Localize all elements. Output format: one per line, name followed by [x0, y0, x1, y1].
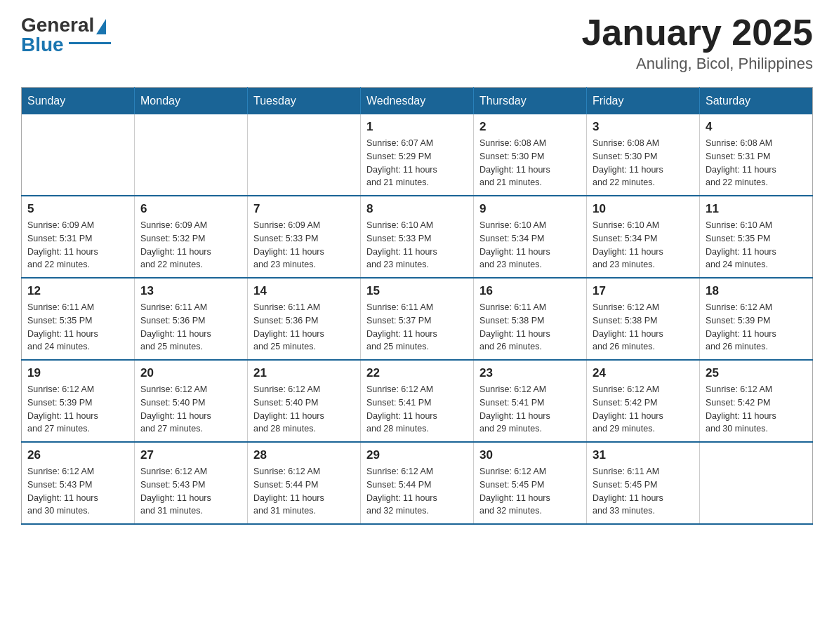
day-info: Sunrise: 6:11 AMSunset: 5:37 PMDaylight:… — [366, 301, 468, 354]
day-info: Sunrise: 6:08 AMSunset: 5:30 PMDaylight:… — [593, 137, 694, 189]
day-number: 26 — [27, 448, 128, 462]
day-info: Sunrise: 6:12 AMSunset: 5:38 PMDaylight:… — [593, 301, 694, 354]
calendar-cell: 9Sunrise: 6:10 AMSunset: 5:34 PMDaylight… — [474, 196, 587, 278]
day-number: 21 — [253, 366, 355, 380]
weekday-header-tuesday: Tuesday — [248, 88, 361, 115]
logo-blue-text: Blue — [21, 34, 64, 56]
day-info: Sunrise: 6:11 AMSunset: 5:35 PMDaylight:… — [27, 301, 128, 354]
calendar-cell: 8Sunrise: 6:10 AMSunset: 5:33 PMDaylight… — [361, 196, 474, 278]
day-info: Sunrise: 6:11 AMSunset: 5:36 PMDaylight:… — [140, 301, 241, 354]
day-info: Sunrise: 6:12 AMSunset: 5:39 PMDaylight:… — [706, 301, 807, 354]
day-info: Sunrise: 6:08 AMSunset: 5:31 PMDaylight:… — [706, 137, 807, 189]
day-number: 30 — [479, 448, 581, 462]
weekday-header-sunday: Sunday — [22, 88, 135, 115]
week-row-1: 1Sunrise: 6:07 AMSunset: 5:29 PMDaylight… — [22, 114, 813, 196]
day-info: Sunrise: 6:11 AMSunset: 5:36 PMDaylight:… — [253, 301, 355, 354]
day-number: 5 — [27, 202, 128, 216]
weekday-header-saturday: Saturday — [700, 88, 813, 115]
day-number: 12 — [27, 284, 128, 298]
day-info: Sunrise: 6:09 AMSunset: 5:31 PMDaylight:… — [27, 219, 128, 271]
day-info: Sunrise: 6:12 AMSunset: 5:41 PMDaylight:… — [479, 383, 581, 436]
weekday-header-wednesday: Wednesday — [361, 88, 474, 115]
calendar-cell: 6Sunrise: 6:09 AMSunset: 5:32 PMDaylight… — [135, 196, 248, 278]
day-number: 27 — [140, 448, 241, 462]
day-number: 24 — [593, 366, 694, 380]
calendar-cell — [248, 114, 361, 196]
day-number: 14 — [253, 284, 355, 298]
day-info: Sunrise: 6:12 AMSunset: 5:44 PMDaylight:… — [366, 465, 468, 518]
day-number: 28 — [253, 448, 355, 462]
calendar-cell: 21Sunrise: 6:12 AMSunset: 5:40 PMDayligh… — [248, 360, 361, 442]
day-info: Sunrise: 6:07 AMSunset: 5:29 PMDaylight:… — [366, 137, 468, 189]
week-row-5: 26Sunrise: 6:12 AMSunset: 5:43 PMDayligh… — [22, 442, 813, 524]
calendar-cell: 4Sunrise: 6:08 AMSunset: 5:31 PMDaylight… — [700, 114, 813, 196]
calendar-cell: 31Sunrise: 6:11 AMSunset: 5:45 PMDayligh… — [587, 442, 700, 524]
day-info: Sunrise: 6:10 AMSunset: 5:33 PMDaylight:… — [366, 219, 468, 271]
calendar-cell: 29Sunrise: 6:12 AMSunset: 5:44 PMDayligh… — [361, 442, 474, 524]
calendar-cell: 19Sunrise: 6:12 AMSunset: 5:39 PMDayligh… — [22, 360, 135, 442]
calendar-cell: 14Sunrise: 6:11 AMSunset: 5:36 PMDayligh… — [248, 278, 361, 360]
day-number: 1 — [366, 120, 468, 134]
calendar-cell: 10Sunrise: 6:10 AMSunset: 5:34 PMDayligh… — [587, 196, 700, 278]
weekday-header-monday: Monday — [135, 88, 248, 115]
day-number: 25 — [706, 366, 807, 380]
calendar-cell: 26Sunrise: 6:12 AMSunset: 5:43 PMDayligh… — [22, 442, 135, 524]
day-info: Sunrise: 6:12 AMSunset: 5:45 PMDaylight:… — [479, 465, 581, 518]
day-number: 13 — [140, 284, 241, 298]
day-number: 8 — [366, 202, 468, 216]
calendar-cell: 28Sunrise: 6:12 AMSunset: 5:44 PMDayligh… — [248, 442, 361, 524]
day-info: Sunrise: 6:12 AMSunset: 5:41 PMDaylight:… — [366, 383, 468, 436]
day-number: 22 — [366, 366, 468, 380]
day-info: Sunrise: 6:12 AMSunset: 5:43 PMDaylight:… — [27, 465, 128, 518]
day-number: 11 — [706, 202, 807, 216]
day-number: 2 — [479, 120, 581, 134]
calendar-cell: 22Sunrise: 6:12 AMSunset: 5:41 PMDayligh… — [361, 360, 474, 442]
calendar-cell: 27Sunrise: 6:12 AMSunset: 5:43 PMDayligh… — [135, 442, 248, 524]
weekday-header-friday: Friday — [587, 88, 700, 115]
calendar-cell: 1Sunrise: 6:07 AMSunset: 5:29 PMDaylight… — [361, 114, 474, 196]
week-row-4: 19Sunrise: 6:12 AMSunset: 5:39 PMDayligh… — [22, 360, 813, 442]
day-info: Sunrise: 6:11 AMSunset: 5:45 PMDaylight:… — [593, 465, 694, 518]
day-info: Sunrise: 6:12 AMSunset: 5:40 PMDaylight:… — [253, 383, 355, 436]
day-number: 31 — [593, 448, 694, 462]
calendar-cell: 11Sunrise: 6:10 AMSunset: 5:35 PMDayligh… — [700, 196, 813, 278]
day-info: Sunrise: 6:12 AMSunset: 5:44 PMDaylight:… — [253, 465, 355, 518]
calendar-cell: 13Sunrise: 6:11 AMSunset: 5:36 PMDayligh… — [135, 278, 248, 360]
day-info: Sunrise: 6:09 AMSunset: 5:32 PMDaylight:… — [140, 219, 241, 271]
day-info: Sunrise: 6:08 AMSunset: 5:30 PMDaylight:… — [479, 137, 581, 189]
location-title: Anuling, Bicol, Philippines — [581, 55, 813, 73]
day-number: 20 — [140, 366, 241, 380]
day-info: Sunrise: 6:12 AMSunset: 5:40 PMDaylight:… — [140, 383, 241, 436]
calendar-cell: 12Sunrise: 6:11 AMSunset: 5:35 PMDayligh… — [22, 278, 135, 360]
calendar-cell: 23Sunrise: 6:12 AMSunset: 5:41 PMDayligh… — [474, 360, 587, 442]
calendar-cell: 3Sunrise: 6:08 AMSunset: 5:30 PMDaylight… — [587, 114, 700, 196]
calendar-cell: 16Sunrise: 6:11 AMSunset: 5:38 PMDayligh… — [474, 278, 587, 360]
weekday-header-row: SundayMondayTuesdayWednesdayThursdayFrid… — [22, 88, 813, 115]
day-info: Sunrise: 6:10 AMSunset: 5:35 PMDaylight:… — [706, 219, 807, 271]
calendar-cell: 17Sunrise: 6:12 AMSunset: 5:38 PMDayligh… — [587, 278, 700, 360]
day-number: 23 — [479, 366, 581, 380]
day-info: Sunrise: 6:12 AMSunset: 5:42 PMDaylight:… — [593, 383, 694, 436]
day-number: 7 — [253, 202, 355, 216]
day-info: Sunrise: 6:12 AMSunset: 5:42 PMDaylight:… — [706, 383, 807, 436]
day-info: Sunrise: 6:10 AMSunset: 5:34 PMDaylight:… — [593, 219, 694, 271]
calendar-table: SundayMondayTuesdayWednesdayThursdayFrid… — [21, 87, 813, 525]
calendar-cell — [135, 114, 248, 196]
calendar-cell: 18Sunrise: 6:12 AMSunset: 5:39 PMDayligh… — [700, 278, 813, 360]
day-info: Sunrise: 6:11 AMSunset: 5:38 PMDaylight:… — [479, 301, 581, 354]
day-number: 16 — [479, 284, 581, 298]
day-info: Sunrise: 6:12 AMSunset: 5:43 PMDaylight:… — [140, 465, 241, 518]
day-info: Sunrise: 6:12 AMSunset: 5:39 PMDaylight:… — [27, 383, 128, 436]
calendar-cell: 24Sunrise: 6:12 AMSunset: 5:42 PMDayligh… — [587, 360, 700, 442]
day-number: 19 — [27, 366, 128, 380]
title-area: January 2025 Anuling, Bicol, Philippines — [581, 14, 813, 73]
day-number: 4 — [706, 120, 807, 134]
day-number: 15 — [366, 284, 468, 298]
logo: General Blue — [21, 14, 111, 56]
weekday-header-thursday: Thursday — [474, 88, 587, 115]
calendar-cell: 7Sunrise: 6:09 AMSunset: 5:33 PMDaylight… — [248, 196, 361, 278]
day-number: 6 — [140, 202, 241, 216]
calendar-cell — [700, 442, 813, 524]
logo-arrow-icon — [96, 19, 106, 34]
page-header: General Blue January 2025 Anuling, Bicol… — [21, 14, 813, 73]
